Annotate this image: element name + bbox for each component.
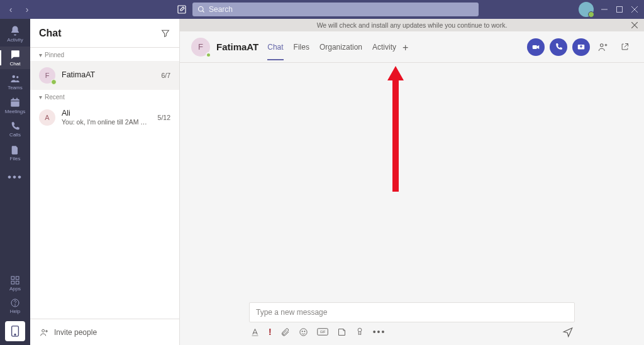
svg-rect-11: [16, 281, 19, 284]
search-box[interactable]: [192, 3, 479, 16]
compose-icon: [177, 4, 187, 14]
filter-button[interactable]: [160, 28, 170, 38]
nav-forward-button[interactable]: ›: [21, 4, 33, 14]
window-close-button[interactable]: [630, 5, 639, 14]
rail-more[interactable]: •••: [0, 166, 30, 189]
file-icon: [10, 145, 20, 155]
pop-out-button[interactable]: [616, 39, 633, 55]
chat-content: We will check and install any updates wh…: [180, 19, 644, 345]
add-tab-button[interactable]: +: [402, 41, 408, 53]
banner-text: We will check and install any updates wh…: [317, 21, 508, 29]
meetings-icon: [9, 97, 21, 108]
section-pinned[interactable]: ▾ Pinned: [30, 48, 179, 61]
svg-point-22: [304, 331, 304, 331]
svg-rect-10: [11, 281, 14, 284]
emoji-button[interactable]: [299, 327, 308, 337]
svg-text:GIF: GIF: [319, 330, 325, 334]
search-input[interactable]: [209, 5, 474, 14]
svg-point-16: [42, 329, 45, 332]
chat-row-time: 6/7: [161, 72, 170, 79]
add-people-button[interactable]: [595, 39, 611, 55]
rail-teams[interactable]: Teams: [0, 70, 30, 93]
screen-share-button[interactable]: [572, 38, 590, 56]
praise-button[interactable]: [355, 327, 364, 337]
caret-icon: ▾: [39, 94, 42, 101]
tab-chat[interactable]: Chat: [267, 34, 283, 60]
rail-help-label: Help: [10, 309, 20, 314]
rail-files[interactable]: Files: [0, 142, 30, 165]
svg-point-25: [358, 328, 362, 332]
rail-calls[interactable]: Calls: [0, 118, 30, 141]
nav-back-button[interactable]: ‹: [5, 4, 16, 14]
svg-rect-2: [617, 7, 623, 13]
chat-row-fatima[interactable]: F FatimaAT 6/7: [30, 61, 179, 90]
compose-input[interactable]: Type a new message: [249, 302, 575, 322]
avatar-initial: F: [198, 42, 203, 52]
svg-rect-8: [11, 277, 14, 280]
svg-point-20: [300, 328, 307, 335]
rail-meetings-label: Meetings: [5, 109, 25, 114]
user-avatar[interactable]: [579, 2, 594, 17]
tab-organization[interactable]: Organization: [319, 34, 362, 60]
invite-people-label: Invite people: [54, 328, 97, 337]
svg-point-13: [14, 305, 15, 305]
audio-call-button[interactable]: [550, 38, 567, 56]
gif-icon: GIF: [317, 327, 328, 336]
video-call-button[interactable]: [527, 38, 545, 56]
chat-list-panel: Chat ▾ Pinned F FatimaAT 6/7 ▾ Recent A: [30, 19, 180, 345]
tab-files[interactable]: Files: [294, 34, 309, 60]
panel-header: Chat: [30, 19, 179, 48]
invite-people-button[interactable]: Invite people: [30, 319, 179, 345]
svg-point-4: [16, 76, 18, 78]
section-recent-label: Recent: [45, 94, 65, 101]
svg-rect-6: [13, 98, 14, 101]
window-minimize-button[interactable]: [600, 5, 609, 14]
phone-icon: [555, 43, 563, 51]
rail-help[interactable]: Help: [0, 295, 30, 317]
gif-button[interactable]: GIF: [317, 327, 328, 336]
composer: Type a new message ! GIF: [180, 302, 644, 345]
window-maximize-button[interactable]: [615, 5, 624, 14]
compose-button[interactable]: [174, 1, 190, 18]
priority-button[interactable]: !: [269, 327, 272, 337]
mobile-icon: [11, 326, 19, 337]
svg-point-1: [199, 7, 204, 12]
minimize-icon: [601, 6, 608, 13]
attach-button[interactable]: [280, 327, 290, 337]
banner-close-button[interactable]: [631, 22, 638, 28]
chat-row-time: 5/12: [158, 114, 170, 121]
avatar-initial: F: [45, 72, 50, 79]
more-compose-button[interactable]: •••: [373, 327, 386, 337]
rail-meetings[interactable]: Meetings: [0, 94, 30, 117]
section-recent[interactable]: ▾ Recent: [30, 90, 179, 103]
rail-download-button[interactable]: [5, 321, 25, 341]
rail-chat[interactable]: Chat: [0, 47, 30, 69]
help-icon: [10, 298, 20, 308]
format-icon: [250, 327, 260, 337]
close-icon: [631, 22, 638, 28]
sticker-button[interactable]: [337, 327, 347, 337]
emoji-icon: [299, 327, 308, 337]
rail-files-label: Files: [10, 156, 21, 162]
caret-icon: ▾: [39, 52, 42, 58]
send-button[interactable]: [562, 326, 574, 337]
tab-activity[interactable]: Activity: [372, 34, 396, 60]
chat-body: [180, 63, 644, 302]
annotation-arrow: [386, 63, 405, 195]
teams-icon: [9, 73, 21, 84]
bell-icon: [9, 25, 21, 36]
chat-header-avatar[interactable]: F: [191, 38, 210, 57]
phone-icon: [10, 121, 20, 131]
svg-rect-9: [16, 277, 19, 280]
chat-row-ali[interactable]: A Ali You: ok, I'm online till 2AM my ti…: [30, 103, 179, 132]
attach-icon: [280, 327, 290, 337]
panel-title: Chat: [39, 28, 62, 39]
rail-activity[interactable]: Activity: [0, 23, 30, 45]
chat-header: F FatimaAT Chat Files Organization Activ…: [180, 31, 644, 63]
avatar-initial: A: [45, 114, 49, 121]
rail-apps[interactable]: Apps: [0, 272, 30, 295]
avatar: F: [39, 67, 55, 84]
format-button[interactable]: [250, 327, 260, 337]
svg-point-3: [13, 75, 16, 79]
nav-rail: Activity Chat Teams Meetings Calls Files…: [0, 19, 30, 345]
